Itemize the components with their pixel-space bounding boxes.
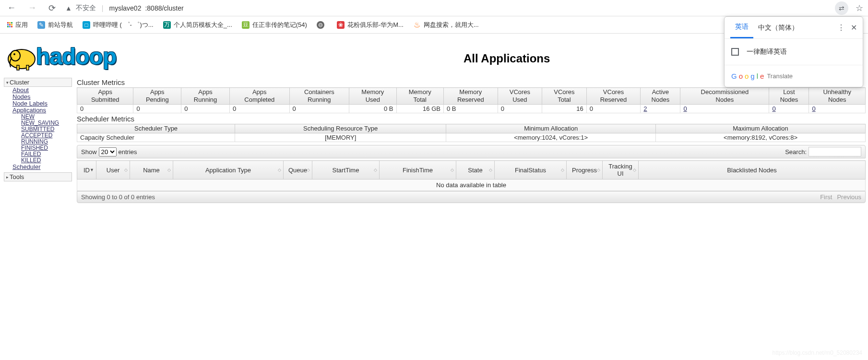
bookmark-item[interactable]: ✎前站导航 bbox=[37, 21, 73, 29]
sort-icon: ▼ bbox=[90, 168, 94, 172]
sort-icon: ◇ bbox=[278, 168, 281, 172]
sort-icon: ◇ bbox=[561, 168, 564, 172]
address-bar[interactable]: ▲ 不安全 | myslave02:8088/cluster bbox=[65, 4, 184, 12]
app-state-list: NEW NEW_SAVING SUBMITTED ACCEPTED RUNNIN… bbox=[12, 114, 72, 164]
translate-popup: 英语 中文（简体） ⋮ ✕ 一律翻译英语 Google Translate bbox=[724, 16, 863, 87]
sidebar-link-applications[interactable]: Applications bbox=[12, 107, 72, 114]
col-starttime[interactable]: StartTime◇ bbox=[312, 161, 380, 180]
col-header[interactable]: AppsSubmitted bbox=[77, 88, 133, 105]
insecure-icon: ▲ bbox=[65, 4, 72, 12]
datatable-controls: Show 20 entries Search: bbox=[77, 145, 866, 158]
cell: 0 bbox=[586, 105, 641, 113]
cell: <memory:1024, vCores:1> bbox=[446, 133, 656, 142]
bookmarks-bar: 应用 ✎前站导航 □哔哩哔哩 ( ゜- ゜)つ... 万个人简历模板大全_...… bbox=[0, 16, 868, 34]
col-id[interactable]: ID▼ bbox=[77, 161, 96, 180]
bookmark-item[interactable]: ⊖ bbox=[317, 21, 327, 29]
more-icon[interactable]: ⋮ bbox=[837, 23, 845, 32]
col-header[interactable]: ActiveNodes bbox=[641, 88, 680, 105]
sidebar-link-scheduler[interactable]: Scheduler bbox=[12, 164, 72, 170]
col-header[interactable]: AppsPending bbox=[133, 88, 181, 105]
active-nodes-link[interactable]: 2 bbox=[643, 105, 647, 112]
cell: 0 bbox=[77, 105, 133, 113]
col-state[interactable]: State◇ bbox=[456, 161, 495, 180]
favicon-icon: ⊖ bbox=[317, 21, 324, 29]
col-header[interactable]: LostNodes bbox=[769, 88, 809, 105]
col-header[interactable]: Scheduler Type bbox=[77, 124, 235, 133]
col-progress[interactable]: Progress◇ bbox=[567, 161, 603, 180]
elephant-icon bbox=[5, 42, 38, 71]
cell: 0 bbox=[181, 105, 230, 113]
col-header[interactable]: VCoresReserved bbox=[586, 88, 641, 105]
lost-nodes-link[interactable]: 0 bbox=[772, 105, 775, 112]
col-header[interactable]: Scheduling Resource Type bbox=[235, 124, 446, 133]
insecure-label: 不安全 bbox=[76, 4, 96, 12]
cell: 0 bbox=[769, 105, 809, 113]
decommissioned-nodes-link[interactable]: 0 bbox=[683, 105, 687, 112]
sort-icon: ◇ bbox=[489, 168, 492, 172]
col-blacklisted[interactable]: Blacklisted Nodes bbox=[639, 161, 866, 180]
col-header[interactable]: Minimum Allocation bbox=[446, 124, 656, 133]
table-header-row: Scheduler Type Scheduling Resource Type … bbox=[77, 124, 866, 133]
col-header[interactable]: MemoryTotal bbox=[396, 88, 443, 105]
no-data-row: No data available in table bbox=[77, 180, 866, 191]
sidebar-section-cluster[interactable]: ▾Cluster bbox=[4, 78, 72, 87]
col-app-type[interactable]: Application Type◇ bbox=[173, 161, 284, 180]
col-header[interactable]: ContainersRunning bbox=[289, 88, 349, 105]
sidebar-link-node-labels[interactable]: Node Labels bbox=[12, 100, 72, 107]
favicon-icon: 万 bbox=[163, 21, 171, 29]
col-finalstatus[interactable]: FinalStatus◇ bbox=[495, 161, 567, 180]
bookmark-item[interactable]: 豆任正非传的笔记(54) bbox=[242, 21, 307, 29]
bookmark-star-icon[interactable]: ☆ bbox=[856, 3, 863, 13]
col-header[interactable]: VCoresUsed bbox=[498, 88, 542, 105]
pager-previous[interactable]: Previous bbox=[837, 193, 861, 201]
table-row: 0 0 0 0 0 0 B 16 GB 0 B 0 16 0 2 0 0 0 bbox=[77, 105, 866, 113]
bookmark-item[interactable]: 万个人简历模板大全_... bbox=[163, 21, 232, 29]
search-label: Search: bbox=[785, 148, 807, 156]
col-name[interactable]: Name◇ bbox=[130, 161, 173, 180]
url-host: myslave02 bbox=[109, 4, 142, 12]
col-header[interactable]: AppsRunning bbox=[181, 88, 230, 105]
sidebar-section-tools[interactable]: ▸Tools bbox=[4, 172, 72, 181]
col-header[interactable]: AppsCompleted bbox=[229, 88, 289, 105]
col-header[interactable]: DecommissionedNodes bbox=[680, 88, 769, 105]
col-header[interactable]: MemoryUsed bbox=[349, 88, 396, 105]
sidebar-link-about[interactable]: About bbox=[12, 87, 72, 94]
col-header[interactable]: UnhealthyNodes bbox=[809, 88, 866, 105]
col-header[interactable]: Maximum Allocation bbox=[656, 124, 866, 133]
applications-table: ID▼ User◇ Name◇ Application Type◇ Queue◇… bbox=[77, 160, 866, 191]
bookmark-item[interactable]: □哔哩哔哩 ( ゜- ゜)つ... bbox=[83, 21, 154, 29]
pager-first[interactable]: First bbox=[820, 193, 832, 201]
forward-icon[interactable]: → bbox=[25, 3, 39, 13]
scheduler-metrics-title: Scheduler Metrics bbox=[77, 115, 866, 123]
col-header[interactable]: VCoresTotal bbox=[542, 88, 587, 105]
translate-extension-icon[interactable]: ⇄ bbox=[835, 1, 848, 15]
search-input[interactable] bbox=[809, 147, 861, 156]
always-translate-checkbox[interactable] bbox=[731, 48, 739, 56]
reload-icon[interactable]: ⟳ bbox=[46, 3, 58, 13]
translate-tab-english[interactable]: 英语 bbox=[730, 17, 753, 38]
bookmark-item[interactable]: ♨网盘搜索，就用大... bbox=[413, 21, 479, 29]
apps-button[interactable]: 应用 bbox=[7, 21, 28, 29]
sort-icon: ◇ bbox=[633, 168, 636, 172]
unhealthy-nodes-link[interactable]: 0 bbox=[812, 105, 815, 112]
col-queue[interactable]: Queue◇ bbox=[284, 161, 312, 180]
url-path: :8088/cluster bbox=[145, 4, 183, 12]
show-label: Show bbox=[81, 148, 97, 156]
sort-icon: ◇ bbox=[307, 168, 310, 172]
bookmark-item[interactable]: ❀花粉俱乐部-华为M... bbox=[337, 21, 404, 29]
translate-tab-chinese[interactable]: 中文（简体） bbox=[753, 18, 803, 38]
sort-icon: ◇ bbox=[124, 168, 128, 172]
svg-point-2 bbox=[13, 53, 15, 55]
cell: 16 bbox=[542, 105, 587, 113]
favicon-icon: ♨ bbox=[413, 21, 421, 29]
back-icon[interactable]: ← bbox=[5, 3, 18, 13]
page-length-select[interactable]: 20 bbox=[99, 147, 117, 156]
col-header[interactable]: MemoryReserved bbox=[443, 88, 498, 105]
col-tracking-ui[interactable]: Tracking UI◇ bbox=[603, 161, 639, 180]
col-finishtime[interactable]: FinishTime◇ bbox=[380, 161, 456, 180]
browser-toolbar: ← → ⟳ ▲ 不安全 | myslave02:8088/cluster ⇄ ☆ bbox=[0, 0, 868, 16]
sidebar-link-nodes[interactable]: Nodes bbox=[12, 94, 72, 100]
cell: 0 bbox=[133, 105, 181, 113]
close-icon[interactable]: ✕ bbox=[851, 23, 857, 32]
col-user[interactable]: User◇ bbox=[96, 161, 130, 180]
